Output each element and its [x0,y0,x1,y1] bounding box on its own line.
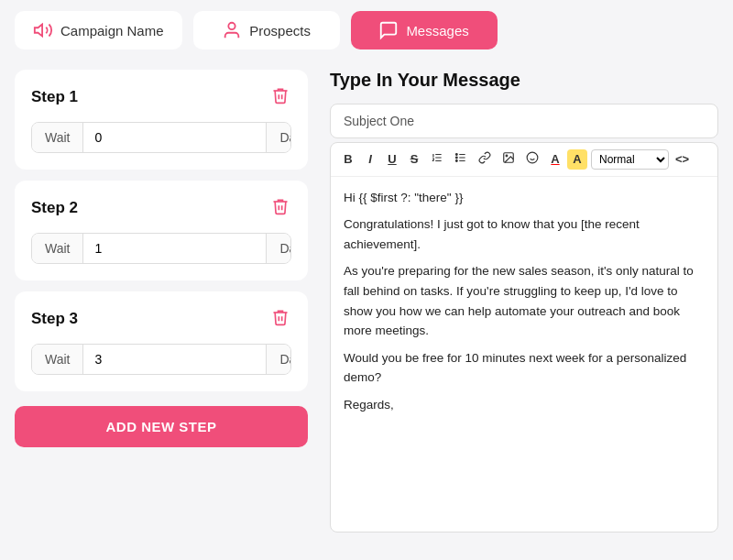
trash-icon [271,197,290,215]
step-1-title: Step 1 [31,88,78,106]
person-icon [222,20,242,40]
step-2-delete-button[interactable] [269,195,291,220]
svg-point-12 [506,155,508,157]
editor-toolbar: B I U S A [331,143,717,177]
main-layout: Step 1 Wait Days Step 2 [0,60,733,547]
body-line-3: As you're preparing for the new sales se… [344,261,705,340]
emoji-button[interactable] [521,148,543,170]
step-3-delete-button[interactable] [269,306,291,331]
step-2-wait-row: Wait Days [31,233,291,264]
step-3-wait-label: Wait [32,345,83,374]
subject-box[interactable]: Subject One [330,104,718,138]
tab-messages[interactable]: Messages [351,11,498,49]
left-panel: Step 1 Wait Days Step 2 [15,70,308,533]
trash-icon [271,308,290,326]
step-2-header: Step 2 [31,195,291,220]
ordered-list-icon [431,151,443,164]
highlight-button[interactable]: A [567,149,587,170]
step-card-1: Step 1 Wait Days [15,70,308,170]
highlight-label: A [573,152,581,166]
tab-campaign[interactable]: Campaign Name [15,11,182,49]
step-3-wait-row: Wait Days [31,344,291,375]
body-line-4: Would you be free for 10 minutes next we… [344,348,705,388]
svg-point-10 [455,160,457,162]
message-editor: B I U S A [330,142,718,533]
body-line-5: Regards, [344,395,705,415]
source-button[interactable]: <> [671,149,694,170]
tab-campaign-label: Campaign Name [60,23,164,38]
step-1-wait-input[interactable] [83,123,266,152]
tab-prospects-label: Prospects [249,23,311,38]
step-3-title: Step 3 [31,310,78,328]
link-button[interactable] [474,148,496,170]
underline-button[interactable]: U [382,149,402,170]
emoji-icon [526,151,539,164]
image-button[interactable] [498,148,520,170]
tab-messages-label: Messages [406,23,468,38]
step-2-days-label: Days [266,234,291,263]
ordered-list-button[interactable] [426,148,448,170]
italic-button[interactable]: I [360,149,380,170]
image-icon [502,151,515,164]
step-1-days-label: Days [266,123,291,152]
svg-marker-0 [35,25,42,37]
right-panel: Type In Your Message Subject One B I U S [308,70,718,533]
trash-icon [271,86,290,104]
step-3-header: Step 3 [31,306,291,331]
body-line-2: Congratulations! I just got to know that… [344,214,705,254]
font-color-label: A [551,152,559,166]
header: Campaign Name Prospects Messages [0,0,733,60]
step-2-wait-input[interactable] [83,234,266,263]
body-line-1: Hi {{ $first ?: "there" }} [344,188,705,208]
step-card-2: Step 2 Wait Days [15,181,308,280]
strikethrough-button[interactable]: S [404,149,424,170]
tab-prospects[interactable]: Prospects [193,11,340,49]
step-1-wait-row: Wait Days [31,122,291,153]
speaker-icon [33,20,53,40]
unordered-list-button[interactable] [450,148,472,170]
step-3-wait-input[interactable] [83,345,266,374]
editor-body[interactable]: Hi {{ $first ?: "there" }} Congratulatio… [331,177,717,426]
add-new-step-button[interactable]: ADD NEW STEP [15,406,308,447]
link-icon [478,151,491,164]
format-select[interactable]: Normal Heading 1 Heading 2 Heading 3 [591,149,669,170]
svg-point-9 [455,157,457,159]
svg-point-1 [229,23,235,29]
message-icon [378,20,399,40]
step-1-header: Step 1 [31,84,291,109]
step-2-title: Step 2 [31,199,78,217]
bold-button[interactable]: B [338,149,358,170]
svg-point-8 [455,154,457,156]
step-card-3: Step 3 Wait Days [15,291,308,391]
step-1-delete-button[interactable] [269,84,291,109]
unordered-list-icon [454,151,467,164]
svg-point-13 [527,152,538,163]
message-section-title: Type In Your Message [330,70,718,91]
step-1-wait-label: Wait [32,123,83,152]
step-2-wait-label: Wait [32,234,83,263]
font-color-button[interactable]: A [545,149,565,170]
step-3-days-label: Days [266,345,291,374]
